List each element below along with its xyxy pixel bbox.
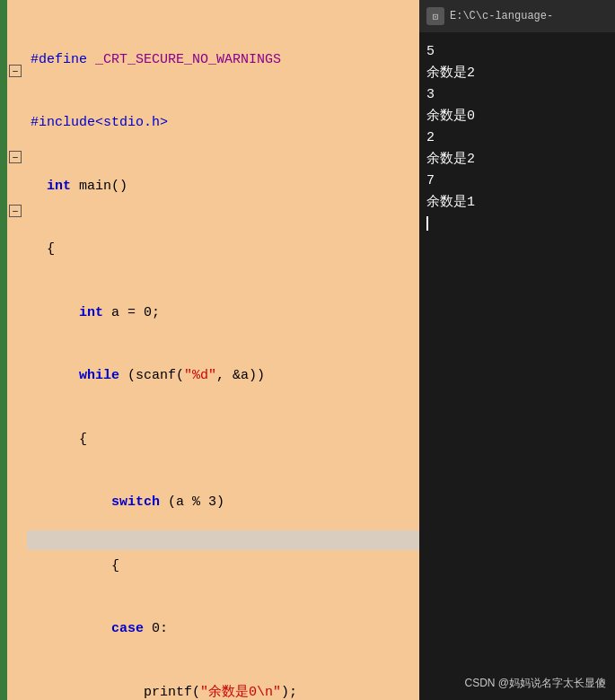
terminal-line-6: 余数是2	[426, 149, 608, 171]
collapse-main[interactable]: −	[9, 65, 22, 77]
terminal-line-3: 3	[426, 84, 608, 106]
collapse-switch[interactable]: −	[9, 205, 22, 217]
terminal-line-8: 余数是1	[426, 192, 608, 214]
terminal-line-1: 5	[426, 41, 608, 63]
terminal-line-4: 余数是0	[426, 106, 608, 127]
watermark: CSDN @妈妈说名字太长显傻	[464, 676, 606, 691]
terminal-header: ⊡ E:\C\c-language-	[419, 0, 615, 32]
code-line-1: #define _CRT_SECURE_NO_WARNINGS	[31, 49, 419, 71]
terminal-body: 5 余数是2 3 余数是0 2 余数是2 7 余数是1	[419, 32, 615, 700]
code-content: #define _CRT_SECURE_NO_WARNINGS #include…	[27, 0, 419, 700]
code-line-10: case 0:	[31, 618, 419, 640]
terminal-icon: ⊡	[426, 7, 444, 25]
code-line-11: printf("余数是0\n");	[31, 682, 419, 701]
code-line-8: switch (a % 3)	[31, 492, 419, 513]
code-panel: − − − #define _CRT_SECURE_NO_WARNINGS #i…	[0, 0, 419, 700]
terminal-panel: ⊡ E:\C\c-language- 5 余数是2 3 余数是0 2 余数是2 …	[419, 0, 615, 700]
code-line-7: {	[31, 429, 419, 451]
code-line-3: int main()	[31, 176, 419, 197]
collapse-while[interactable]: −	[9, 151, 22, 163]
terminal-line-2: 余数是2	[426, 63, 608, 84]
cursor	[426, 216, 428, 231]
code-line-4: {	[31, 239, 419, 260]
terminal-cursor-line	[426, 214, 608, 235]
terminal-line-7: 7	[426, 171, 608, 192]
code-line-9: {	[31, 556, 419, 577]
green-bar	[0, 0, 7, 700]
terminal-title: E:\C\c-language-	[450, 10, 553, 22]
code-line-2: #include<stdio.h>	[31, 112, 419, 134]
code-line-5: int a = 0;	[31, 302, 419, 324]
terminal-icon-glyph: ⊡	[433, 11, 439, 22]
code-line-6: while (scanf("%d", &a))	[31, 365, 419, 387]
terminal-line-5: 2	[426, 127, 608, 149]
